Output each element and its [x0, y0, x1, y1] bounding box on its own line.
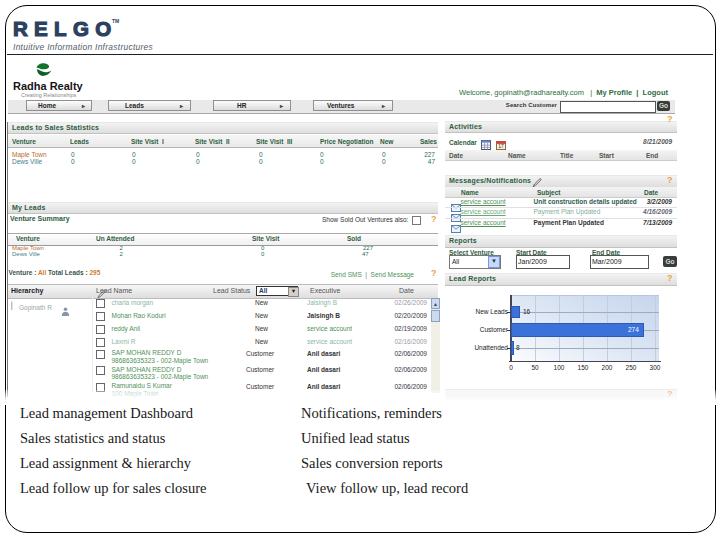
svg-text:17: 17: [498, 143, 504, 149]
